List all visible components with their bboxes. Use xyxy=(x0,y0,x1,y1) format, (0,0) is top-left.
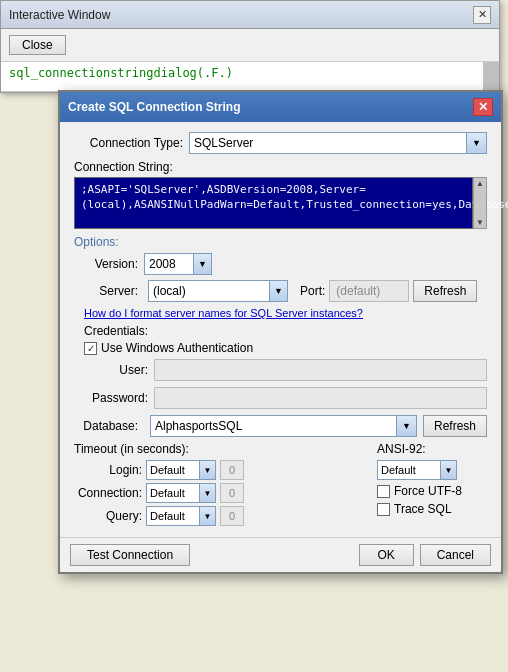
user-row: User: xyxy=(84,359,487,381)
cancel-button[interactable]: Cancel xyxy=(420,544,491,566)
server-value: (local) xyxy=(153,284,186,298)
iw-titlebar: Interactive Window ✕ xyxy=(1,1,499,29)
login-timeout-value: Default xyxy=(150,464,185,476)
sql-dialog-close-button[interactable]: ✕ xyxy=(473,98,493,116)
timeout-title: Timeout (in seconds): xyxy=(74,442,367,456)
interactive-window: Interactive Window ✕ Close sql_connectio… xyxy=(0,0,500,93)
trace-sql-checkbox[interactable] xyxy=(377,503,390,516)
scroll-up-icon[interactable]: ▲ xyxy=(475,178,485,189)
port-label: Port: xyxy=(300,284,325,298)
login-timeout-label: Login: xyxy=(74,463,142,477)
server-dropdown-arrow-icon: ▼ xyxy=(269,281,287,301)
version-dropdown-arrow-icon: ▼ xyxy=(193,254,211,274)
ansi-value: Default xyxy=(381,464,416,476)
windows-auth-checkbox[interactable]: ✓ xyxy=(84,342,97,355)
connection-type-row: Connection Type: SQLServer ▼ xyxy=(74,132,487,154)
timeout-section: Timeout (in seconds): Login: Default ▼ 0… xyxy=(74,442,487,529)
trace-sql-label: Trace SQL xyxy=(394,502,452,516)
iw-toolbar: Close xyxy=(1,29,499,62)
force-utf8-checkbox[interactable] xyxy=(377,485,390,498)
scroll-down-icon[interactable]: ▼ xyxy=(475,217,485,228)
sql-dialog-footer: Test Connection OK Cancel xyxy=(60,537,501,572)
connection-type-dropdown[interactable]: SQLServer ▼ xyxy=(189,132,487,154)
server-dropdown[interactable]: (local) ▼ xyxy=(148,280,288,302)
connection-type-label: Connection Type: xyxy=(74,136,189,150)
connection-string-section: Connection String: ;ASAPI='SQLServer',AS… xyxy=(74,160,487,229)
query-timeout-dropdown[interactable]: Default ▼ xyxy=(146,506,216,526)
database-value: AlphasportsSQL xyxy=(155,419,412,433)
refresh-server-button[interactable]: Refresh xyxy=(413,280,477,302)
test-connection-button[interactable]: Test Connection xyxy=(70,544,190,566)
force-utf8-label: Force UTF-8 xyxy=(394,484,462,498)
version-value: 2008 xyxy=(149,257,176,271)
connection-timeout-row: Connection: Default ▼ 0 xyxy=(74,483,367,503)
user-input[interactable] xyxy=(154,359,487,381)
password-row: Password: xyxy=(84,387,487,409)
force-utf8-row: Force UTF-8 xyxy=(377,484,487,498)
iw-title: Interactive Window xyxy=(9,8,110,22)
server-row: Server: (local) ▼ Port: (default) Refres… xyxy=(84,280,487,302)
connection-string-label: Connection String: xyxy=(74,160,487,174)
connection-string-wrapper: ;ASAPI='SQLServer',ASDBVersion=2008,Serv… xyxy=(74,177,487,229)
connection-timeout-arrow-icon: ▼ xyxy=(199,484,215,502)
version-row: Version: 2008 ▼ xyxy=(84,253,487,275)
port-input[interactable]: (default) xyxy=(329,280,409,302)
database-row: Database: AlphasportsSQL ▼ Refresh xyxy=(74,415,487,437)
query-timeout-label: Query: xyxy=(74,509,142,523)
connection-type-arrow-icon: ▼ xyxy=(466,133,486,153)
windows-auth-label: Use Windows Authentication xyxy=(101,341,253,355)
connection-string-display[interactable]: ;ASAPI='SQLServer',ASDBVersion=2008,Serv… xyxy=(74,177,473,229)
port-placeholder: (default) xyxy=(336,284,380,298)
ansi-dropdown-arrow-icon: ▼ xyxy=(440,461,456,479)
user-label: User: xyxy=(84,363,154,377)
credentials-label: Credentials: xyxy=(84,324,487,338)
options-label: Options: xyxy=(74,235,487,249)
iw-code-display: sql_connectionstringdialog(.F.) xyxy=(1,62,499,92)
login-timeout-arrow-icon: ▼ xyxy=(199,461,215,479)
ok-button[interactable]: OK xyxy=(359,544,414,566)
database-dropdown[interactable]: AlphasportsSQL ▼ xyxy=(150,415,417,437)
connection-timeout-number[interactable]: 0 xyxy=(220,483,244,503)
connection-timeout-dropdown[interactable]: Default ▼ xyxy=(146,483,216,503)
trace-sql-row: Trace SQL xyxy=(377,502,487,516)
help-link[interactable]: How do I format server names for SQL Ser… xyxy=(84,307,487,319)
query-timeout-number[interactable]: 0 xyxy=(220,506,244,526)
version-label: Version: xyxy=(84,257,144,271)
database-label: Database: xyxy=(74,419,144,433)
password-label: Password: xyxy=(84,391,154,405)
options-section: Version: 2008 ▼ Server: (local) ▼ Port: … xyxy=(74,253,487,409)
ansi-dropdown[interactable]: Default ▼ xyxy=(377,460,457,480)
login-timeout-dropdown[interactable]: Default ▼ xyxy=(146,460,216,480)
sql-dialog-titlebar: Create SQL Connection String ✕ xyxy=(60,92,501,122)
windows-auth-row: ✓ Use Windows Authentication xyxy=(84,341,487,355)
sql-dialog-title: Create SQL Connection String xyxy=(68,100,240,114)
footer-right-buttons: OK Cancel xyxy=(359,544,491,566)
login-timeout-row: Login: Default ▼ 0 xyxy=(74,460,367,480)
server-label: Server: xyxy=(84,284,144,298)
query-timeout-arrow-icon: ▼ xyxy=(199,507,215,525)
sql-connection-dialog: Create SQL Connection String ✕ Connectio… xyxy=(58,90,503,574)
ansi-label: ANSI-92: xyxy=(377,442,487,456)
connection-timeout-label: Connection: xyxy=(74,486,142,500)
ansi-section: ANSI-92: Default ▼ Force UTF-8 Trace SQL xyxy=(377,442,487,529)
database-dropdown-arrow-icon: ▼ xyxy=(396,416,416,436)
query-timeout-row: Query: Default ▼ 0 xyxy=(74,506,367,526)
iw-close-button[interactable]: Close xyxy=(9,35,66,55)
refresh-database-button[interactable]: Refresh xyxy=(423,415,487,437)
iw-close-x-button[interactable]: ✕ xyxy=(473,6,491,24)
password-input[interactable] xyxy=(154,387,487,409)
connection-timeout-value: Default xyxy=(150,487,185,499)
version-dropdown[interactable]: 2008 ▼ xyxy=(144,253,212,275)
connection-type-value: SQLServer xyxy=(194,136,482,150)
query-timeout-value: Default xyxy=(150,510,185,522)
timeout-left-section: Timeout (in seconds): Login: Default ▼ 0… xyxy=(74,442,367,529)
sql-dialog-body: Connection Type: SQLServer ▼ Connection … xyxy=(60,122,501,537)
connection-string-scrollbar[interactable]: ▲ ▼ xyxy=(473,177,487,229)
login-timeout-number[interactable]: 0 xyxy=(220,460,244,480)
